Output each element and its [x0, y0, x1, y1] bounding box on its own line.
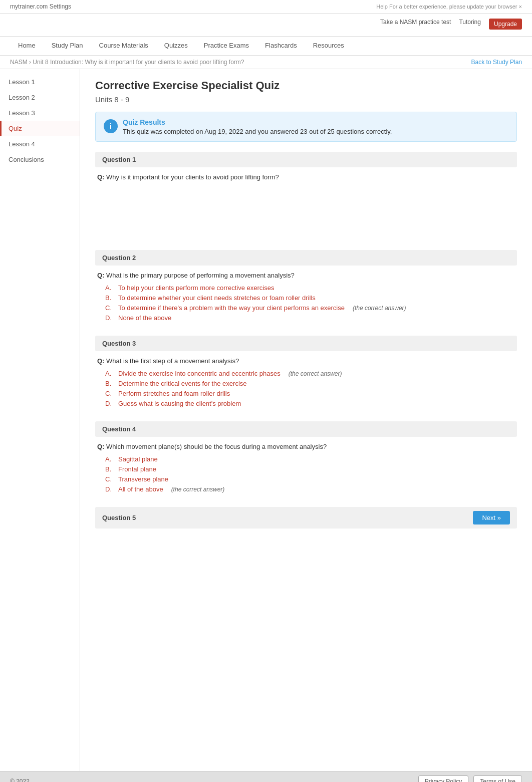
q3-a-text: Divide the exercise into concentric and …: [118, 370, 281, 377]
quiz-results-title: Quiz Results: [123, 118, 392, 126]
q2-c-correct-tag: (the correct answer): [353, 305, 406, 312]
q4-label: Q:: [97, 443, 106, 450]
q4-answers: A. Sagittal plane B. Frontal plane C. Tr…: [105, 455, 517, 493]
nav-quizzes[interactable]: Quizzes: [156, 37, 196, 55]
nav-course-materials[interactable]: Course Materials: [91, 37, 156, 55]
question-5-footer: Question 5 Next »: [95, 507, 517, 529]
nav-flashcards[interactable]: Flashcards: [257, 37, 305, 55]
q2-d-label: D.: [105, 314, 115, 322]
q1-body: Why is it important for your clients to …: [106, 173, 279, 181]
q4-answer-d: D. All of the above (the correct answer): [105, 485, 517, 493]
q4-a-label: A.: [105, 455, 115, 463]
q4-c-label: C.: [105, 475, 115, 483]
copyright: © 2022: [10, 778, 30, 782]
q3-c-label: C.: [105, 390, 115, 397]
question-5-label: Question 5: [102, 514, 136, 522]
q2-d-text: None of the above: [118, 314, 171, 322]
q4-d-label: D.: [105, 485, 115, 493]
q2-answers: A. To help your clients perform more cor…: [105, 284, 517, 322]
upgrade-button[interactable]: Upgrade: [489, 19, 522, 30]
question-4-text: Q: Which movement plane(s) should be the…: [95, 443, 517, 450]
quiz-subtitle: Units 8 - 9: [95, 95, 517, 104]
quiz-results-content: Quiz Results This quiz was completed on …: [123, 118, 392, 135]
q3-answers: A. Divide the exercise into concentric a…: [105, 370, 517, 407]
question-4-header: Question 4: [95, 421, 517, 437]
q4-answer-c: C. Transverse plane: [105, 475, 517, 483]
q3-d-label: D.: [105, 400, 115, 407]
top-bar-left: mytrainer.com Settings: [10, 3, 71, 10]
q3-b-text: Determine the critical events for the ex…: [118, 380, 247, 387]
q4-c-text: Transverse plane: [118, 475, 168, 483]
question-1-header: Question 1: [95, 152, 517, 167]
q4-answer-a: A. Sagittal plane: [105, 455, 517, 463]
nav-resources[interactable]: Resources: [305, 37, 352, 55]
top-bar: mytrainer.com Settings Help For a better…: [0, 0, 532, 14]
nav-study-plan[interactable]: Study Plan: [44, 37, 91, 55]
q2-answer-a: A. To help your clients perform more cor…: [105, 284, 517, 292]
q3-label: Q:: [97, 357, 106, 365]
question-2-header: Question 2: [95, 250, 517, 266]
q4-a-text: Sagittal plane: [118, 455, 158, 463]
q2-body: What is the primary purpose of performin…: [106, 272, 295, 279]
q3-answer-b: B. Determine the critical events for the…: [105, 380, 517, 387]
q3-b-label: B.: [105, 380, 115, 387]
layout: Lesson 1 Lesson 2 Lesson 3 Quiz Lesson 4…: [0, 69, 532, 771]
q2-answer-b: B. To determine whether your client need…: [105, 294, 517, 302]
q2-answer-d: D. None of the above: [105, 314, 517, 322]
bottom-bar-right: Privacy Policy Terms of Use: [418, 775, 522, 782]
sub-nav: NASM › Unit 8 Introduction: Why is it im…: [0, 56, 532, 69]
back-to-study-plan[interactable]: Back to Study Plan: [471, 59, 522, 66]
q2-answer-c: C. To determine if there's a problem wit…: [105, 304, 517, 312]
privacy-policy-button[interactable]: Privacy Policy: [418, 775, 469, 782]
q4-answer-b: B. Frontal plane: [105, 465, 517, 473]
q3-answer-c: C. Perform stretches and foam roller dri…: [105, 390, 517, 397]
q1-empty-space: [95, 186, 517, 236]
q3-answer-a: A. Divide the exercise into concentric a…: [105, 370, 517, 377]
quiz-results-text: This quiz was completed on Aug 19, 2022 …: [123, 128, 392, 135]
question-1-block: Question 1 Q: Why is it important for yo…: [95, 152, 517, 236]
main-nav: Home Study Plan Course Materials Quizzes…: [0, 37, 532, 56]
nav-practice-exams[interactable]: Practice Exams: [196, 37, 257, 55]
q3-a-correct-tag: (the correct answer): [289, 370, 342, 377]
sidebar-item-lesson4[interactable]: Lesson 4: [0, 136, 80, 152]
q2-c-label: C.: [105, 304, 115, 312]
q2-c-text: To determine if there's a problem with t…: [118, 304, 345, 312]
terms-button[interactable]: Terms of Use: [473, 775, 522, 782]
quiz-results-icon: i: [104, 119, 118, 133]
tutoring-link[interactable]: Tutoring: [459, 19, 481, 30]
question-2-block: Question 2 Q: What is the primary purpos…: [95, 250, 517, 322]
sidebar-item-lesson3[interactable]: Lesson 3: [0, 105, 80, 121]
sidebar: Lesson 1 Lesson 2 Lesson 3 Quiz Lesson 4…: [0, 69, 80, 771]
q2-a-text: To help your clients perform more correc…: [118, 284, 274, 292]
quiz-results-banner: i Quiz Results This quiz was completed o…: [95, 112, 517, 142]
q2-a-label: A.: [105, 284, 115, 292]
q4-body: Which movement plane(s) should be the fo…: [106, 443, 327, 450]
q1-label: Q:: [97, 173, 106, 181]
main-content: Corrective Exercise Specialist Quiz Unit…: [80, 69, 532, 771]
sidebar-item-lesson2[interactable]: Lesson 2: [0, 90, 80, 105]
question-3-text: Q: What is the first step of a movement …: [95, 357, 517, 365]
header-links: Take a NASM practice test Tutoring Upgra…: [10, 19, 522, 30]
sidebar-item-quiz[interactable]: Quiz: [0, 121, 80, 136]
practice-link[interactable]: Take a NASM practice test: [380, 19, 451, 30]
q4-d-correct-tag: (the correct answer): [171, 486, 225, 493]
top-bar-notice: Help For a better experience, please upd…: [376, 4, 522, 10]
question-1-text: Q: Why is it important for your clients …: [95, 173, 517, 181]
sidebar-item-lesson1[interactable]: Lesson 1: [0, 74, 80, 90]
q3-answer-d: D. Guess what is causing the client's pr…: [105, 400, 517, 407]
nav-home[interactable]: Home: [10, 37, 44, 55]
q4-b-label: B.: [105, 465, 115, 473]
question-2-text: Q: What is the primary purpose of perfor…: [95, 272, 517, 279]
q2-label: Q:: [97, 272, 106, 279]
top-bar-site: mytrainer.com Settings: [10, 3, 71, 10]
q2-b-text: To determine whether your client needs s…: [118, 294, 316, 302]
sidebar-item-conclusions[interactable]: Conclusions: [0, 152, 80, 167]
q4-b-text: Frontal plane: [118, 465, 156, 473]
q3-d-text: Guess what is causing the client's probl…: [118, 400, 241, 407]
question-3-header: Question 3: [95, 336, 517, 351]
quiz-title: Corrective Exercise Specialist Quiz: [95, 79, 517, 92]
question-4-block: Question 4 Q: Which movement plane(s) sh…: [95, 421, 517, 493]
q4-d-text: All of the above: [118, 485, 163, 493]
next-button[interactable]: Next »: [473, 511, 510, 525]
q3-a-label: A.: [105, 370, 115, 377]
